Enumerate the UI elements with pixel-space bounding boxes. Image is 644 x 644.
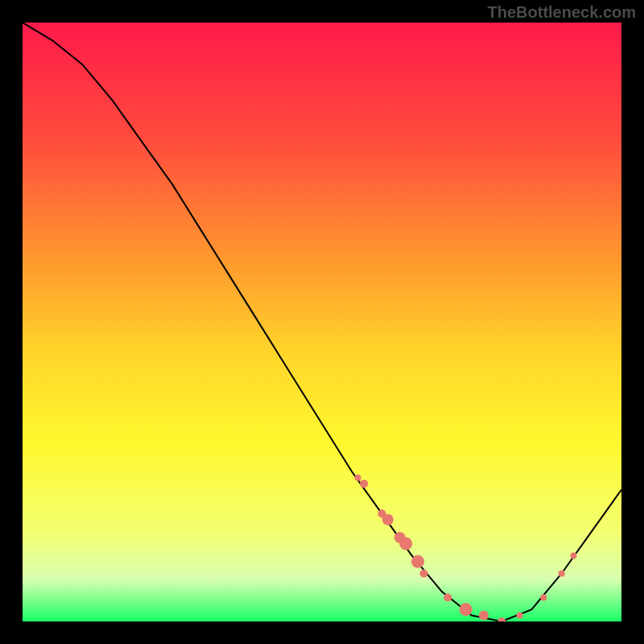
data-marker — [444, 593, 452, 601]
chart-container — [23, 23, 621, 621]
data-marker — [517, 613, 523, 619]
data-marker — [382, 514, 394, 526]
data-marker — [360, 480, 368, 488]
data-marker — [411, 555, 424, 568]
data-marker — [571, 552, 577, 559]
data-marker — [420, 570, 428, 578]
data-marker — [559, 571, 565, 577]
data-marker — [399, 537, 412, 550]
chart-background — [23, 23, 621, 621]
data-marker — [355, 474, 361, 481]
chart-svg — [23, 23, 621, 621]
data-marker — [540, 594, 547, 601]
watermark-text: TheBottleneck.com — [488, 3, 636, 22]
data-marker — [479, 611, 489, 621]
data-marker — [460, 603, 473, 616]
